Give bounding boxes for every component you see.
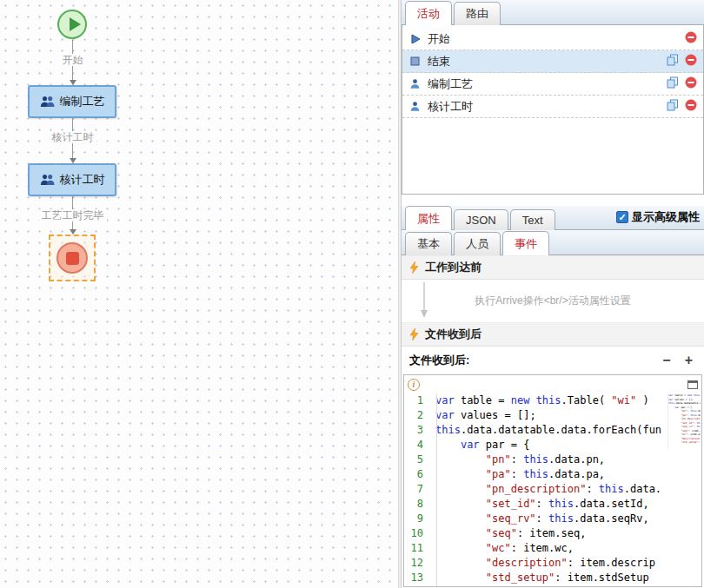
remove-script-button[interactable]: − [662,353,670,367]
activity-row-label: 编制工艺 [428,76,473,92]
add-script-button[interactable]: + [685,353,693,367]
panel-gap [402,195,704,206]
activity-row-label: 开始 [428,31,450,47]
code-editor[interactable]: i 1var table = new this.Table( "wi" )2va… [403,374,702,587]
activity-row-end[interactable]: 结束 [402,50,703,73]
user-icon [408,78,422,89]
task-label: 编制工艺 [60,94,105,109]
copy-icon[interactable] [667,54,679,69]
section-header-file-received: 文件收到后 [402,322,704,347]
play-icon [408,34,422,44]
code-lines[interactable]: 1var table = new this.Table( "wi" )2var … [404,393,701,585]
task-node-heji[interactable]: 核计工时 [28,163,116,196]
info-icon[interactable]: i [408,379,420,391]
activity-list: 开始 结束 编 [402,25,704,195]
tab-text[interactable]: Text [510,209,555,230]
advanced-props-toggle[interactable]: ✓ 显示高级属性 [616,209,700,229]
tab-properties[interactable]: 属性 [405,206,452,230]
event-description: 执行Arrive操作<br/>活动属性设置 [475,294,630,308]
users-icon [40,96,55,108]
stop-icon [66,252,79,265]
activity-row-bianzhi[interactable]: 编制工艺 [402,73,703,96]
copy-icon[interactable] [667,99,679,114]
stop-icon [408,56,422,66]
edge-label: 核计工时 [0,130,145,145]
editor-body[interactable]: 1var table = new this.Table( "wi" )2var … [404,393,701,586]
delete-icon[interactable] [685,76,697,91]
activity-row-label: 核计工时 [428,99,473,115]
end-node[interactable] [56,242,88,274]
editor-label: 文件收到后: [409,353,469,368]
events-content: 工作到达前 执行Arrive操作<br/>活动属性设置 文件收到后 文件收到后:… [402,255,704,588]
right-panel: 活动 路由 开始 结束 [402,0,704,588]
editor-label-row: 文件收到后: − + [402,347,704,374]
task-node-bianzhi[interactable]: 编制工艺 [28,85,116,118]
section-title: 工作到达前 [425,260,482,275]
users-icon [40,174,55,186]
tab-people[interactable]: 人员 [454,232,501,255]
line-number-gutter [404,393,437,586]
selection-box[interactable] [49,235,96,281]
section-header-arrive: 工作到达前 [402,255,704,280]
delete-icon[interactable] [685,54,697,69]
activity-row-label: 结束 [428,54,450,69]
edge-label: 开始 [0,53,145,68]
expand-editor-icon[interactable] [687,380,698,389]
advanced-checkbox[interactable]: ✓ [616,211,628,223]
down-arrow-icon [419,282,429,319]
play-icon [70,17,81,31]
edge-label: 工艺工时完毕 [0,208,145,223]
tab-events[interactable]: 事件 [502,231,549,255]
tab-route[interactable]: 路由 [454,2,501,25]
delete-icon[interactable] [685,99,697,114]
tab-json[interactable]: JSON [454,209,508,230]
lightning-icon [409,261,419,274]
property-subtabbar: 基本 人员 事件 [402,230,704,255]
section-body-arrive: 执行Arrive操作<br/>活动属性设置 [402,280,704,322]
lightning-icon [409,328,419,340]
tab-activity[interactable]: 活动 [405,1,452,25]
tab-basic[interactable]: 基本 [405,232,452,255]
user-icon [408,101,422,112]
workflow-canvas[interactable]: 开始 编制工艺 核计工时 核计工时 工艺工时完毕 [0,0,398,588]
activity-row-heji[interactable]: 核计工时 [402,96,703,118]
minimap[interactable]: var table = new this.Table( "wi" )var va… [667,393,701,449]
section-title: 文件收到后 [425,327,482,342]
activity-tabbar: 活动 路由 [402,0,704,25]
task-label: 核计工时 [60,172,105,188]
start-node[interactable] [57,10,87,39]
copy-icon[interactable] [667,76,679,91]
advanced-checkbox-label: 显示高级属性 [632,209,700,225]
properties-tabbar: 属性 JSON Text ✓ 显示高级属性 [402,206,704,230]
activity-row-start[interactable]: 开始 [402,28,703,50]
delete-icon[interactable] [685,31,697,46]
editor-toolbar: i [404,375,701,393]
